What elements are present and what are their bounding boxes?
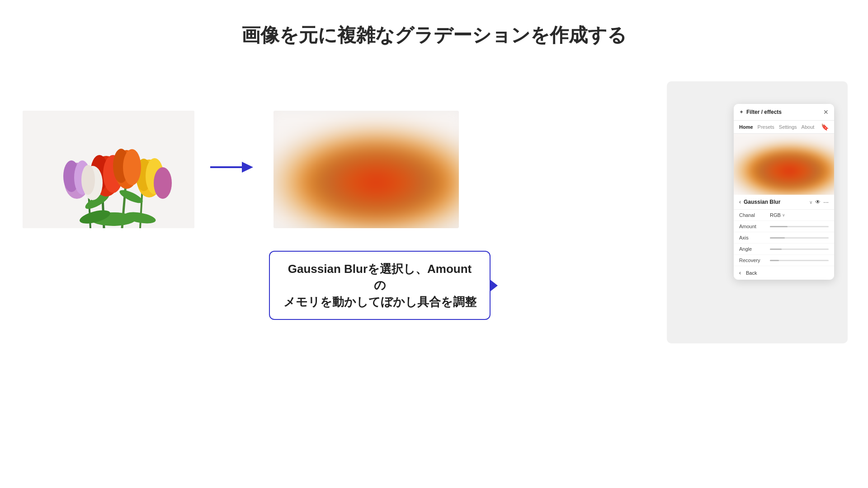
rgb-chevron-icon: ∨ xyxy=(782,213,785,217)
blurred-image xyxy=(274,111,459,228)
nav-home[interactable]: Home xyxy=(739,124,753,130)
nav-about[interactable]: About xyxy=(802,124,815,130)
gaussian-blur-title: Gaussian Blur xyxy=(744,199,809,205)
param-label-angle: Angle xyxy=(739,246,770,252)
more-options-icon[interactable]: ··· xyxy=(823,198,829,206)
param-row-angle: Angle xyxy=(734,244,834,255)
back-icon: ‹ xyxy=(739,270,741,276)
svg-point-19 xyxy=(123,149,141,185)
filter-dialog: ✦ Filter / effects ✕ Home Presets Settin… xyxy=(734,104,834,280)
param-row-amount: Amount xyxy=(734,221,834,232)
dialog-nav: Home Presets Settings About 🔖 xyxy=(734,121,834,134)
speech-bubble-line1: Gaussian Blurを選択し、Amountの xyxy=(283,261,477,294)
param-row-recovery: Recovery xyxy=(734,255,834,266)
param-label-recovery: Recovery xyxy=(739,258,770,263)
param-row-axis: Axis xyxy=(734,232,834,244)
rgb-selector[interactable]: RGB ∨ xyxy=(770,212,829,218)
speech-bubble-line2: メモリを動かしてぼかし具合を調整 xyxy=(283,294,477,310)
nav-settings[interactable]: Settings xyxy=(779,124,797,130)
gaussian-chevron-icon[interactable]: ∨ xyxy=(809,200,812,205)
page-title: 画像を元に複雑なグラデーションを作成する xyxy=(0,23,868,48)
gaussian-back-arrow[interactable]: ‹ xyxy=(739,199,741,205)
arrow xyxy=(208,158,253,176)
dialog-title: Filter / effects xyxy=(746,109,782,115)
filter-sparkle-icon: ✦ xyxy=(739,109,744,115)
visibility-icon[interactable]: 👁 xyxy=(815,199,821,205)
svg-marker-27 xyxy=(242,162,253,173)
param-label-axis: Axis xyxy=(739,235,770,240)
param-label-chanal: Chanal xyxy=(739,212,770,218)
close-button[interactable]: ✕ xyxy=(823,108,829,116)
speech-bubble: Gaussian Blurを選択し、Amountの メモリを動かしてぼかし具合を… xyxy=(269,251,491,320)
recovery-slider[interactable] xyxy=(770,260,829,261)
bookmark-icon[interactable]: 🔖 xyxy=(821,123,829,131)
nav-presets[interactable]: Presets xyxy=(758,124,774,130)
svg-point-22 xyxy=(154,167,172,199)
dialog-preview xyxy=(734,134,834,195)
dialog-header: ✦ Filter / effects ✕ xyxy=(734,104,834,121)
rgb-value: RGB xyxy=(770,212,781,218)
param-row-chanal: Chanal RGB ∨ xyxy=(734,210,834,221)
gaussian-blur-row: ‹ Gaussian Blur ∨ 👁 ··· xyxy=(734,195,834,210)
back-row[interactable]: ‹ Back xyxy=(734,266,834,280)
tulip-image xyxy=(23,111,194,228)
amount-slider[interactable] xyxy=(770,226,829,227)
back-label: Back xyxy=(746,270,757,276)
svg-point-21 xyxy=(81,165,95,195)
angle-slider[interactable] xyxy=(770,249,829,250)
axis-slider[interactable] xyxy=(770,237,829,239)
param-label-amount: Amount xyxy=(739,224,770,229)
